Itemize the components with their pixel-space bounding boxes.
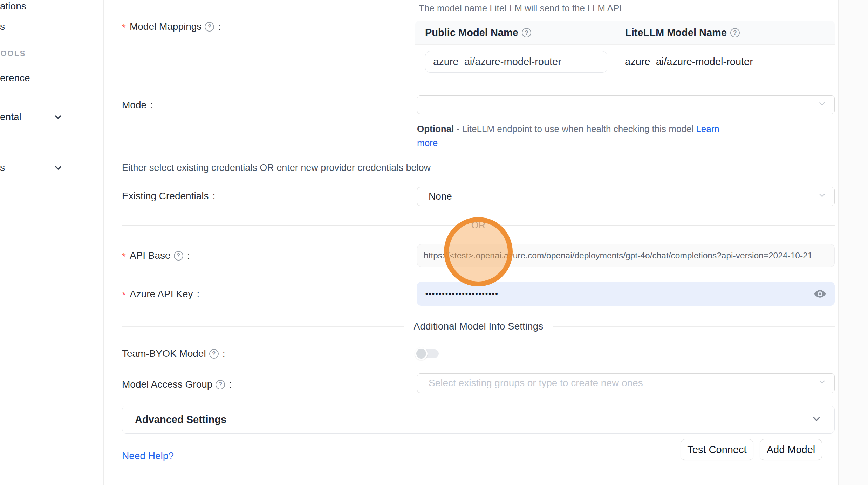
- chevron-down-icon: [53, 112, 63, 124]
- table-row: azure_ai/azure-model-router: [415, 45, 835, 79]
- add-model-form: The model name LiteLLM will send to the …: [104, 0, 839, 485]
- toggle-knob: [415, 347, 428, 360]
- public-model-name-input[interactable]: [425, 51, 607, 73]
- existing-credentials-value: None: [429, 191, 452, 202]
- advanced-settings-panel[interactable]: Advanced Settings: [122, 406, 835, 434]
- existing-credentials-select[interactable]: None: [417, 187, 835, 206]
- sidebar-item-top[interactable]: ations: [0, 0, 26, 13]
- help-question-icon[interactable]: ?: [205, 22, 214, 32]
- chevron-down-icon: [818, 377, 827, 389]
- help-question-icon[interactable]: ?: [730, 28, 740, 37]
- additional-settings-divider: Additional Model Info Settings: [122, 321, 835, 332]
- add-model-page: ations s TOOLS erence ental s The model …: [0, 0, 868, 485]
- chevron-down-icon: [818, 191, 827, 202]
- help-question-icon[interactable]: ?: [209, 349, 219, 359]
- model-access-group-label: Model Access Group ? :: [122, 378, 232, 391]
- table-header-row: Public Model Name ? LiteLLM Model Name ?: [415, 21, 835, 45]
- add-model-button[interactable]: Add Model: [760, 439, 822, 460]
- chevron-down-icon: [811, 414, 822, 425]
- credentials-note: Either select existing credentials OR en…: [122, 162, 431, 173]
- model-mappings-table: Public Model Name ? LiteLLM Model Name ?…: [415, 21, 835, 79]
- column-header-litellm-model-name: LiteLLM Model Name ?: [615, 25, 835, 41]
- or-divider-text: OR: [471, 220, 486, 231]
- litellm-model-name-value: azure_ai/azure-model-router: [615, 56, 753, 68]
- chevron-down-icon: [818, 99, 827, 111]
- model-access-group-placeholder: Select existing groups or type to create…: [429, 377, 643, 389]
- advanced-settings-title: Advanced Settings: [135, 414, 811, 425]
- sidebar-item-3[interactable]: erence: [0, 72, 30, 84]
- help-question-icon[interactable]: ?: [522, 28, 531, 37]
- required-asterisk: *: [122, 251, 126, 262]
- api-base-input[interactable]: https://<test>.openai.azure.com/openai/d…: [417, 244, 835, 267]
- mode-label: Mode :: [122, 99, 153, 111]
- sidebar-item-4[interactable]: ental: [0, 111, 70, 123]
- sidebar-nav: ations s TOOLS erence ental s: [0, 0, 104, 485]
- azure-api-key-input[interactable]: ••••••••••••••••••••••: [417, 282, 835, 306]
- column-header-public-model-name: Public Model Name ?: [415, 27, 615, 39]
- required-asterisk: *: [122, 22, 126, 33]
- additional-settings-divider-text: Additional Model Info Settings: [414, 321, 543, 332]
- mode-select[interactable]: [417, 95, 835, 114]
- sidebar-item-label: ental: [0, 111, 21, 123]
- required-asterisk: *: [122, 290, 126, 301]
- azure-api-key-label: * Azure API Key :: [122, 288, 199, 300]
- sidebar-item-5[interactable]: s: [0, 161, 70, 174]
- masked-api-key-value: ••••••••••••••••••••••: [425, 290, 814, 298]
- sidebar-item-label: erence: [0, 72, 30, 84]
- test-connect-button[interactable]: Test Connect: [681, 439, 753, 460]
- need-help-link[interactable]: Need Help?: [122, 450, 174, 462]
- team-byok-label: Team-BYOK Model ? :: [122, 347, 225, 360]
- api-base-label: * API Base ? :: [122, 249, 190, 262]
- team-byok-toggle[interactable]: [415, 347, 440, 360]
- mode-helper-text: Optional - LiteLLM endpoint to use when …: [417, 122, 732, 150]
- eye-icon[interactable]: [814, 287, 826, 300]
- sidebar-item-label: s: [0, 162, 5, 173]
- model-access-group-select[interactable]: Select existing groups or type to create…: [417, 373, 835, 393]
- sidebar-item-2[interactable]: s: [0, 20, 5, 33]
- model-name-helper-text: The model name LiteLLM will send to the …: [419, 3, 622, 14]
- help-question-icon[interactable]: ?: [216, 380, 225, 389]
- model-mappings-label: * Model Mappings ? :: [122, 20, 221, 33]
- sidebar-section-tools: TOOLS: [0, 49, 26, 58]
- sidebar-item-label: s: [0, 21, 5, 32]
- sidebar-item-label: ations: [0, 1, 26, 12]
- existing-credentials-label: Existing Credentials :: [122, 190, 215, 202]
- chevron-down-icon: [53, 163, 63, 175]
- help-question-icon[interactable]: ?: [174, 251, 183, 261]
- or-divider: OR: [122, 220, 835, 231]
